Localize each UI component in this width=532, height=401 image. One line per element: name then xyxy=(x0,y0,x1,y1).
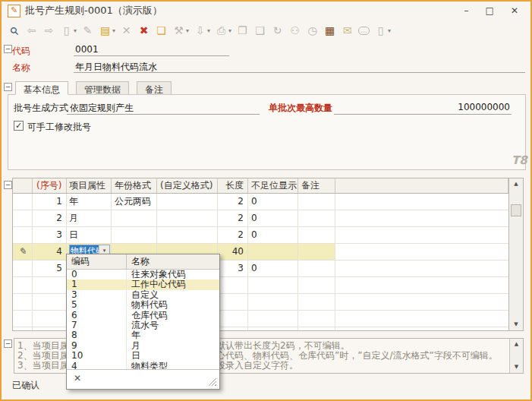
dropdown-option[interactable]: 7流水号 xyxy=(67,320,219,330)
tab-remark[interactable]: 备注 xyxy=(137,81,172,95)
seq-cell[interactable] xyxy=(33,294,67,310)
year-format-cell[interactable] xyxy=(112,210,157,226)
dropdown-option[interactable]: 9月 xyxy=(67,341,219,351)
seq-cell[interactable] xyxy=(33,277,67,293)
dropdown-option[interactable]: 0往来对象代码 xyxy=(67,270,219,279)
maximize-button[interactable]: □ xyxy=(486,5,494,16)
tab-basic-info[interactable]: 基本信息 xyxy=(15,81,68,95)
row-indicator-cell[interactable] xyxy=(13,194,33,210)
pad-display-cell[interactable] xyxy=(248,244,298,260)
attachment-button[interactable]: ▯▾ xyxy=(373,24,392,38)
prev-button[interactable]: ⇦ xyxy=(24,24,39,38)
delete-button[interactable]: ✕ xyxy=(118,24,134,38)
comment-button[interactable]: … xyxy=(357,26,371,36)
length-cell[interactable]: 2 xyxy=(218,194,248,210)
resize-grip-icon[interactable] xyxy=(208,377,216,386)
seq-cell[interactable] xyxy=(33,327,67,330)
row-indicator-cell[interactable] xyxy=(13,311,33,327)
notes-scrollbar[interactable]: ▲ ▼ xyxy=(509,339,523,373)
redo-doc-button[interactable]: ❑ xyxy=(252,24,268,38)
dropdown-caret-icon[interactable]: ▾ xyxy=(228,27,231,34)
attr-cell[interactable]: 年 xyxy=(67,194,112,210)
refresh-button[interactable]: ↻ xyxy=(269,24,285,38)
history-button[interactable]: ◷ xyxy=(304,24,320,38)
save-button[interactable]: ▤▾ xyxy=(97,24,117,38)
tools-button[interactable]: ⚒▾ xyxy=(171,24,190,38)
year-format-cell[interactable] xyxy=(112,227,157,243)
remark-cell[interactable] xyxy=(298,294,335,310)
dropdown-option[interactable]: 6仓库代码 xyxy=(67,311,219,320)
mail-button[interactable]: ✉ xyxy=(339,24,355,38)
remark-cell[interactable] xyxy=(298,260,335,276)
dropdown-option[interactable]: 10日 xyxy=(67,351,219,361)
row-indicator-cell[interactable]: ✎ xyxy=(13,244,33,260)
dropdown-caret-icon[interactable]: ▾ xyxy=(186,27,189,34)
row-indicator-cell[interactable] xyxy=(13,277,33,293)
custom-format-cell[interactable] xyxy=(157,194,218,210)
row-indicator-cell[interactable] xyxy=(13,294,33,310)
gen-method-field[interactable]: 依固定规则产生 xyxy=(70,102,134,115)
length-cell[interactable] xyxy=(218,327,248,330)
row-indicator-cell[interactable] xyxy=(13,327,33,330)
dropdown-caret-icon[interactable]: ▾ xyxy=(112,27,115,34)
remark-cell[interactable] xyxy=(298,210,335,226)
attr-cell[interactable]: 日 xyxy=(67,227,112,243)
pad-display-cell[interactable] xyxy=(248,277,298,293)
row-indicator-cell[interactable] xyxy=(13,260,33,276)
new-button[interactable]: ▯▾ xyxy=(58,24,78,38)
length-cell[interactable] xyxy=(218,277,248,293)
remark-cell[interactable] xyxy=(298,277,335,293)
delete-doc-button[interactable]: ✖ xyxy=(136,24,152,38)
attr-cell[interactable]: 月 xyxy=(67,210,112,226)
dropdown-option[interactable]: 1工作中心代码 xyxy=(67,279,219,289)
seq-cell[interactable]: 3 xyxy=(33,227,67,243)
dropdown-caret-icon[interactable]: ▾ xyxy=(207,27,210,34)
collapse-tabs-toggle[interactable]: − xyxy=(4,83,12,91)
remark-cell[interactable] xyxy=(298,227,335,243)
remark-cell[interactable] xyxy=(298,327,335,330)
minimize-button[interactable]: – xyxy=(464,5,469,16)
pad-display-cell[interactable] xyxy=(248,311,298,327)
table-vertical-scrollbar[interactable]: ▲ ▼ xyxy=(508,178,523,330)
seq-cell[interactable]: 4 xyxy=(33,244,67,260)
undo-doc-button[interactable]: ❐ xyxy=(235,24,250,38)
dropdown-caret-icon[interactable]: ▾ xyxy=(74,27,77,34)
length-cell[interactable] xyxy=(218,294,248,310)
seq-cell[interactable] xyxy=(33,311,67,327)
manual-edit-checkbox[interactable]: ✓ xyxy=(14,121,24,131)
pad-display-cell[interactable]: 0 xyxy=(248,227,298,243)
user-lookup-button[interactable]: ⚇ xyxy=(287,24,303,38)
scroll-up-icon[interactable]: ▲ xyxy=(509,178,523,190)
dropdown-caret-icon[interactable]: ▾ xyxy=(388,27,391,34)
scroll-thumb[interactable] xyxy=(511,204,521,216)
row-indicator-cell[interactable] xyxy=(13,227,33,243)
length-cell[interactable]: 3 xyxy=(218,260,248,276)
pad-display-cell[interactable]: 0 xyxy=(248,210,298,226)
pad-display-cell[interactable] xyxy=(248,294,298,310)
find-button[interactable]: ⚲ xyxy=(6,24,22,38)
calculator-button[interactable]: ▦ xyxy=(322,24,338,38)
pad-display-cell[interactable]: 0 xyxy=(248,194,298,210)
length-cell[interactable]: 2 xyxy=(218,210,248,226)
year-format-cell[interactable]: 公元两码 xyxy=(112,194,157,210)
max-qty-field[interactable]: 100000000 xyxy=(411,102,510,112)
dropdown-clear-icon[interactable]: ✕ xyxy=(74,374,81,383)
seq-cell[interactable]: 2 xyxy=(33,210,67,226)
collapse-grid-toggle[interactable]: − xyxy=(4,181,12,189)
notes-scroll-up-icon[interactable]: ▲ xyxy=(510,339,523,350)
close-button[interactable]: ✕ xyxy=(511,5,518,16)
collapse-header-toggle[interactable]: − xyxy=(4,45,12,53)
length-cell[interactable] xyxy=(218,311,248,327)
print-button[interactable]: ⎙▾ xyxy=(213,24,233,38)
remark-cell[interactable] xyxy=(298,244,335,260)
length-cell[interactable]: 40 xyxy=(218,244,248,260)
dropdown-option[interactable]: 3自定义 xyxy=(67,290,219,300)
export-doc-button[interactable]: ⇩▾ xyxy=(192,24,212,38)
copy-button[interactable]: ❏ xyxy=(153,24,169,38)
edit-button[interactable]: ✎ xyxy=(80,24,96,38)
custom-format-cell[interactable] xyxy=(157,210,218,226)
row-indicator-cell[interactable] xyxy=(13,210,33,226)
code-field[interactable]: 0001 xyxy=(75,44,99,55)
length-cell[interactable]: 2 xyxy=(218,227,248,243)
remark-cell[interactable] xyxy=(298,311,335,327)
